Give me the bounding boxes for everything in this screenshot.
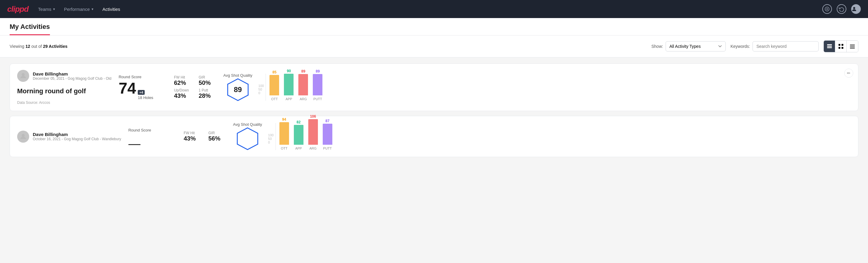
user-row: Dave Billingham December 05, 2021 - Gog … — [17, 70, 111, 82]
round-score-value: 74 +4 18 Holes — [119, 80, 166, 100]
gir-value: 56% — [209, 135, 226, 142]
round-score: Round Score 74 +4 18 Holes — [119, 75, 166, 100]
y-axis: 100 50 0 — [258, 84, 266, 101]
shot-quality-info: Avg Shot Quality — [233, 122, 262, 151]
fw-hit-value: 43% — [184, 135, 201, 142]
avatar — [17, 70, 29, 82]
grid-view-button[interactable] — [835, 40, 847, 52]
nav-item-teams[interactable]: Teams ▼ — [38, 7, 56, 12]
svg-rect-14 — [850, 48, 855, 49]
bar-group-ott: 85 OTT — [270, 70, 279, 101]
svg-point-3 — [853, 7, 856, 9]
updown-value: 43% — [174, 92, 191, 99]
bar-app — [294, 125, 304, 145]
bar-label-arg: ARG — [300, 97, 307, 101]
logo[interactable]: clippd — [7, 4, 29, 14]
svg-rect-9 — [839, 47, 840, 49]
svg-rect-5 — [827, 46, 832, 47]
hexagon-value: 89 — [234, 85, 242, 94]
bar-putt — [313, 74, 322, 95]
activity-user-info: Dave Billingham October 16, 2021 - Gog M… — [17, 130, 121, 143]
bar-label-app: APP — [296, 147, 302, 150]
page-title: My Activities — [10, 23, 50, 35]
user-name: Dave Billingham — [33, 71, 111, 77]
list-view-button[interactable] — [824, 40, 835, 52]
shot-quality-info: Avg Shot Quality 89 — [223, 73, 252, 102]
compact-view-button[interactable] — [847, 40, 858, 52]
gir-label: GIR — [209, 131, 226, 135]
activity-title: Morning round of golf — [17, 87, 86, 95]
svg-rect-10 — [841, 47, 843, 49]
page-header: My Activities — [0, 18, 868, 35]
avg-shot-quality-label: Avg Shot Quality — [233, 122, 262, 127]
bars-area: 94 OTT 82 APP 106 ARG — [276, 123, 332, 150]
nav-item-performance[interactable]: Performance ▼ — [64, 7, 94, 12]
updown-label: Up/Down — [174, 88, 191, 92]
chevron-down-icon: ▼ — [91, 7, 94, 11]
activity-type-select[interactable]: All Activity Types Round Practice — [665, 41, 726, 52]
filter-show: Show: All Activity Types Round Practice — [651, 41, 726, 52]
bar-group-app: 90 APP — [284, 69, 293, 101]
user-row: Dave Billingham October 16, 2021 - Gog M… — [17, 130, 121, 143]
one-putt-label: 1 Putt — [198, 88, 216, 92]
user-avatar[interactable]: ▼ — [851, 4, 861, 14]
activities-list: Dave Billingham December 05, 2021 - Gog … — [0, 57, 868, 163]
score-info: +4 18 Holes — [138, 89, 153, 100]
navbar: clippd Teams ▼ Performance ▼ Activities — [0, 0, 868, 18]
bar-chart-container: 100 50 0 85 OTT 90 — [258, 74, 851, 101]
avg-shot-quality-label: Avg Shot Quality — [223, 73, 252, 78]
search-input[interactable] — [752, 41, 819, 52]
fw-hit-label: FW Hit — [184, 131, 201, 135]
activity-user-info: Dave Billingham December 05, 2021 - Gog … — [17, 70, 111, 105]
add-button[interactable] — [822, 4, 832, 14]
bar-group-arg: 106 ARG — [308, 114, 318, 150]
bar-chart: 100 50 0 85 OTT 90 — [258, 74, 851, 101]
bar-group-ott: 94 OTT — [279, 117, 289, 150]
svg-rect-11 — [850, 45, 855, 45]
one-putt-value: 28% — [198, 92, 216, 99]
bar-value-app: 90 — [287, 69, 291, 73]
avg-shot-quality: Avg Shot Quality 100 50 0 — [233, 122, 851, 151]
activity-card: Dave Billingham December 05, 2021 - Gog … — [10, 63, 858, 111]
bar-label-ott: OTT — [271, 97, 278, 101]
svg-rect-12 — [850, 46, 855, 46]
nav-items: Teams ▼ Performance ▼ Activities — [38, 7, 813, 12]
chevron-down-icon: ▼ — [858, 7, 861, 11]
gir-stat: GIR 56% — [209, 131, 226, 142]
bar-value-arg: 106 — [310, 114, 316, 119]
chevron-down-icon: ▼ — [53, 7, 56, 11]
edit-button[interactable]: ✏ — [844, 68, 853, 78]
bar-value-arg: 89 — [301, 69, 305, 74]
bar-value-app: 82 — [297, 120, 301, 124]
score-placeholder — [128, 136, 141, 145]
svg-rect-7 — [839, 44, 840, 46]
svg-rect-13 — [850, 47, 855, 48]
bar-value-ott: 85 — [273, 70, 276, 74]
gir-value: 50% — [198, 80, 216, 86]
activity-card: Dave Billingham October 16, 2021 - Gog M… — [10, 116, 858, 157]
nav-item-activities[interactable]: Activities — [102, 7, 120, 12]
bar-group-putt: 89 PUTT — [313, 69, 322, 101]
bar-arg — [308, 119, 318, 145]
updown-stat: Up/Down 43% — [174, 88, 191, 99]
bar-group-arg: 89 ARG — [298, 69, 308, 101]
svg-marker-18 — [237, 128, 258, 150]
bar-group-putt: 87 PUTT — [323, 119, 332, 150]
activity-source: Data Source: Arccos — [17, 100, 50, 105]
hexagon-wrap: 89 — [223, 78, 252, 102]
user-date: December 05, 2021 - Gog Magog Golf Club … — [33, 77, 111, 81]
avatar — [17, 130, 29, 143]
stats-grid: FW Hit 43% GIR 56% — [184, 131, 226, 142]
fw-hit-value: 62% — [174, 80, 191, 86]
score-number: 74 — [119, 80, 136, 96]
user-details: Dave Billingham October 16, 2021 - Gog M… — [33, 132, 121, 141]
score-holes: 18 Holes — [138, 95, 153, 100]
refresh-button[interactable] — [837, 4, 846, 14]
bar-label-arg: ARG — [309, 147, 317, 150]
hexagon: 89 — [226, 78, 250, 102]
filter-keywords: Keywords: — [731, 41, 819, 52]
score-badge: +4 — [138, 90, 145, 95]
viewing-count-text: Viewing 12 out of 29 Activities — [10, 44, 647, 49]
bar-value-ott: 94 — [282, 117, 286, 122]
bar-putt — [323, 124, 332, 145]
